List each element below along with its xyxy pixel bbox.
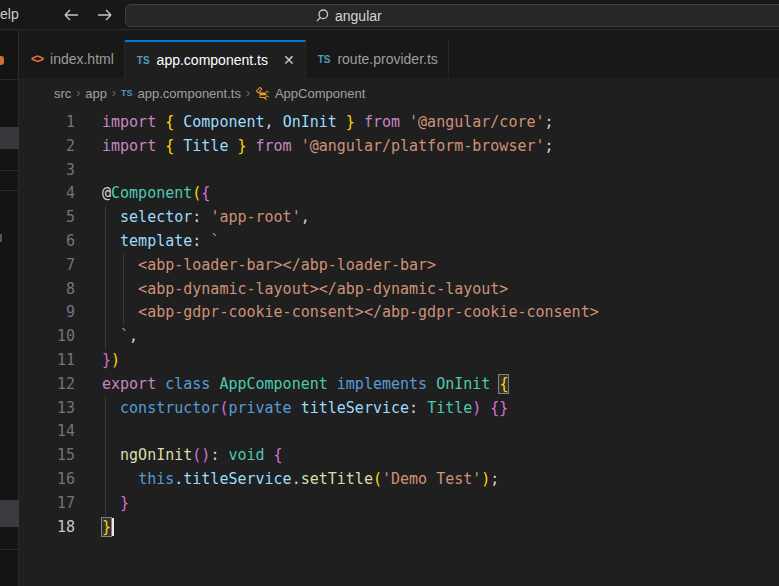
vscode-window: elp angular	[0, 0, 779, 586]
line-number[interactable]: 9	[19, 301, 75, 325]
code-editor[interactable]: 1import { Component, OnInit } from '@ang…	[19, 108, 779, 586]
code-text[interactable]: template: `	[102, 232, 219, 250]
code-text[interactable]: constructor(private titleService: Title)…	[102, 399, 508, 417]
code-text[interactable]: `,	[102, 327, 138, 345]
code-line: 18}	[19, 516, 779, 540]
code-text[interactable]: import { Component, OnInit } from '@angu…	[102, 113, 554, 131]
breadcrumb: src›app›TSapp.component.ts›AppComponent	[19, 78, 779, 108]
code-line: 6 template: `	[19, 230, 779, 254]
code-text[interactable]: <abp-gdpr-cookie-consent></abp-gdpr-cook…	[102, 303, 599, 321]
code-line: 13 constructor(private titleService: Tit…	[19, 397, 779, 421]
html-icon: <>	[31, 52, 43, 66]
typescript-icon: TS	[318, 54, 331, 65]
tab-label: app.component.ts	[157, 52, 268, 68]
close-tab-icon[interactable]: ✕	[283, 53, 295, 67]
line-number[interactable]: 10	[19, 325, 75, 349]
code-text[interactable]: <abp-loader-bar></abp-loader-bar>	[102, 256, 436, 274]
code-text[interactable]: import { Title } from '@angular/platform…	[102, 137, 554, 155]
code-line: 7 <abp-loader-bar></abp-loader-bar>	[19, 254, 779, 278]
code-line: 2import { Title } from '@angular/platfor…	[19, 135, 779, 159]
breadcrumb-label: src	[54, 86, 71, 101]
code-text[interactable]: <abp-dynamic-layout></abp-dynamic-layout…	[102, 280, 508, 298]
forward-arrow-icon[interactable]	[94, 5, 116, 25]
line-number[interactable]: 12	[19, 373, 75, 397]
tab-label: route.provider.ts	[337, 51, 437, 67]
code-line: 10 `,	[19, 325, 779, 349]
line-number[interactable]: 11	[19, 349, 75, 373]
code-text[interactable]: selector: 'app-root',	[102, 208, 310, 226]
breadcrumb-item-app.component.ts[interactable]: TSapp.component.ts	[121, 86, 241, 101]
code-line: 4@Component({	[19, 182, 779, 206]
breadcrumb-item-src[interactable]: src	[54, 86, 71, 101]
line-number[interactable]: 4	[19, 182, 75, 206]
text-cursor	[112, 518, 114, 536]
tab-route.provider.ts[interactable]: TSroute.provider.ts	[306, 40, 449, 78]
breadcrumb-separator-icon: ›	[246, 86, 250, 100]
code-text[interactable]: }	[102, 494, 129, 512]
line-number[interactable]: 7	[19, 254, 75, 278]
code-line: 14	[19, 420, 779, 444]
code-line: 9 <abp-gdpr-cookie-consent></abp-gdpr-co…	[19, 301, 779, 325]
code-text[interactable]: }	[102, 518, 114, 536]
indent-guide	[123, 254, 124, 325]
breadcrumb-separator-icon: ›	[112, 86, 116, 100]
symbol-class-icon	[255, 86, 270, 101]
code-line: 11})	[19, 349, 779, 373]
breadcrumb-label: app.component.ts	[138, 86, 241, 101]
tab-label: index.html	[50, 51, 114, 67]
line-number[interactable]: 15	[19, 444, 75, 468]
line-number[interactable]: 13	[19, 397, 75, 421]
line-number[interactable]: 8	[19, 278, 75, 302]
line-number[interactable]: 1	[19, 111, 75, 135]
code-text[interactable]: @Component({	[102, 184, 210, 202]
breadcrumb-item-app[interactable]: app	[85, 86, 107, 101]
code-line: 15 ngOnInit(): void {	[19, 444, 779, 468]
code-line: 17 }	[19, 492, 779, 516]
search-input[interactable]: angular	[125, 4, 779, 27]
line-number[interactable]: 17	[19, 492, 75, 516]
indent-guide	[105, 206, 106, 349]
left-panel-sliver	[0, 31, 19, 586]
typescript-icon: TS	[137, 55, 150, 66]
line-number[interactable]: 18	[19, 516, 75, 540]
line-number[interactable]: 14	[19, 420, 75, 444]
code-line: 3	[19, 159, 779, 183]
tab-index.html[interactable]: <>index.html	[19, 40, 125, 78]
code-line: 1import { Component, OnInit } from '@ang…	[19, 111, 779, 135]
list-marker	[0, 234, 2, 242]
breadcrumb-label: app	[85, 86, 107, 101]
code-text[interactable]: })	[102, 351, 120, 369]
titlebar: elp angular	[0, 0, 779, 30]
code-line: 8 <abp-dynamic-layout></abp-dynamic-layo…	[19, 278, 779, 302]
line-number[interactable]: 6	[19, 230, 75, 254]
cropped-tab-icon	[0, 56, 4, 65]
code-line: 12export class AppComponent implements O…	[19, 373, 779, 397]
typescript-icon: TS	[121, 88, 133, 98]
indent-guide	[105, 397, 106, 516]
line-number[interactable]: 5	[19, 206, 75, 230]
breadcrumb-label: AppComponent	[275, 86, 365, 101]
tab-app.component.ts[interactable]: TSapp.component.ts✕	[125, 40, 306, 78]
code-text[interactable]: ngOnInit(): void {	[102, 446, 283, 464]
back-arrow-icon[interactable]	[60, 5, 82, 25]
code-text[interactable]: export class AppComponent implements OnI…	[102, 375, 508, 393]
code-text[interactable]: this.titleService.setTitle('Demo Test');	[102, 470, 499, 488]
search-value: angular	[335, 8, 382, 24]
menu-item-help-partial[interactable]: elp	[0, 6, 19, 22]
list-item[interactable]	[0, 127, 19, 149]
line-number[interactable]: 3	[19, 159, 75, 183]
line-number[interactable]: 16	[19, 468, 75, 492]
breadcrumb-item-AppComponent[interactable]: AppComponent	[255, 86, 365, 101]
code-line: 16 this.titleService.setTitle('Demo Test…	[19, 468, 779, 492]
code-line: 5 selector: 'app-root',	[19, 206, 779, 230]
search-icon	[314, 8, 330, 24]
list-item[interactable]	[0, 500, 19, 527]
breadcrumb-separator-icon: ›	[76, 86, 80, 100]
line-number[interactable]: 2	[19, 135, 75, 159]
tab-bar: <>index.htmlTSapp.component.ts✕TSroute.p…	[19, 31, 779, 78]
